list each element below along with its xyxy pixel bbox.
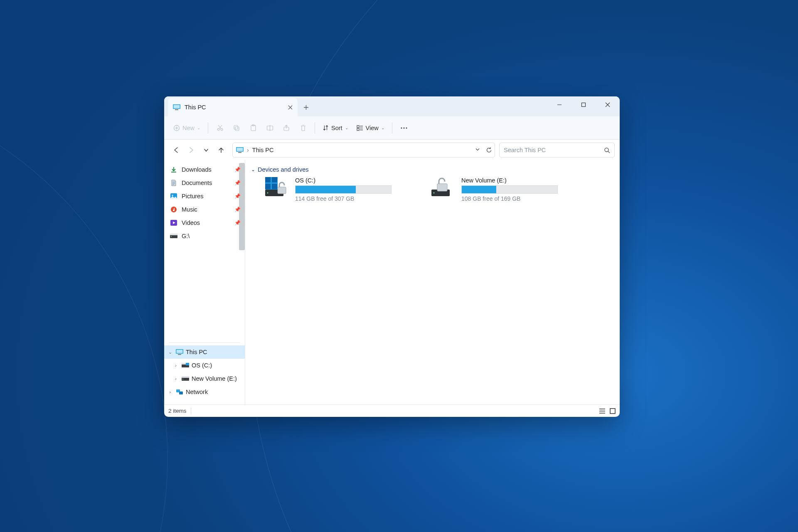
separator [208, 123, 208, 133]
tree-item-label: This PC [186, 349, 207, 355]
chevron-right-icon[interactable]: › [172, 376, 179, 381]
address-bar[interactable]: › This PC [232, 143, 495, 158]
paste-icon [250, 124, 256, 131]
back-button[interactable] [169, 143, 183, 157]
breadcrumb-separator: › [247, 147, 249, 153]
svg-rect-44 [265, 177, 271, 182]
svg-rect-46 [265, 184, 271, 189]
svg-rect-52 [610, 409, 615, 414]
maximize-button[interactable] [571, 96, 596, 113]
tree-item-os-c[interactable]: › OS (C:) [164, 359, 245, 372]
tree-item-label: Network [186, 389, 208, 395]
status-item-count: 2 items [168, 408, 187, 414]
rename-button[interactable] [262, 121, 277, 135]
tree-item-this-pc[interactable]: ⌄ This PC [164, 345, 245, 359]
svg-rect-20 [238, 152, 241, 153]
sidebar-item-g-drive[interactable]: G:\ [170, 229, 245, 243]
tab-this-pc[interactable]: This PC [168, 98, 298, 116]
share-icon [283, 125, 290, 131]
delete-button[interactable] [296, 121, 310, 135]
drive-bitlocker-icon [265, 177, 289, 198]
forward-button[interactable] [184, 143, 198, 157]
search-box[interactable] [499, 143, 615, 158]
svg-point-23 [172, 195, 173, 196]
drive-item-os-c[interactable]: OS (C:) 114 GB free of 307 GB [265, 177, 406, 202]
separator [315, 123, 315, 133]
sidebar-item-downloads[interactable]: Downloads 📌 [170, 163, 245, 176]
network-icon [176, 388, 183, 396]
sidebar-item-videos[interactable]: Videos 📌 [170, 216, 245, 229]
drive-name: OS (C:) [295, 177, 392, 184]
nav-row: › This PC [164, 140, 620, 160]
sort-button[interactable]: Sort ⌄ [319, 121, 352, 135]
sidebar-item-music[interactable]: Music 📌 [170, 203, 245, 216]
chevron-down-icon: ⌄ [381, 126, 384, 130]
more-button[interactable] [397, 121, 411, 135]
search-input[interactable] [504, 147, 604, 153]
tree-item-label: New Volume (E:) [192, 375, 237, 382]
svg-rect-14 [357, 128, 359, 131]
group-header-label: Devices and drives [258, 166, 309, 173]
tree-item-vol-e[interactable]: › New Volume (E:) [164, 372, 245, 385]
drive-free-text: 108 GB free of 169 GB [461, 195, 558, 202]
up-button[interactable] [214, 143, 228, 157]
details-view-button[interactable] [599, 408, 606, 414]
chevron-right-icon[interactable]: › [172, 363, 179, 368]
tree-item-label: OS (C:) [192, 362, 212, 369]
view-button[interactable]: View ⌄ [353, 121, 388, 135]
sidebar-item-label: Downloads [182, 166, 212, 173]
address-dropdown-button[interactable] [475, 147, 480, 153]
share-button[interactable] [279, 121, 294, 135]
svg-point-41 [267, 192, 268, 194]
svg-rect-27 [170, 234, 177, 235]
rename-icon [266, 125, 273, 131]
this-pc-icon [176, 348, 183, 356]
svg-point-21 [605, 148, 608, 152]
chevron-down-icon[interactable]: ⌄ [167, 350, 173, 355]
pin-icon: 📌 [234, 207, 241, 212]
plus-circle-icon [173, 125, 180, 131]
close-button[interactable] [596, 96, 620, 113]
tree-item-network[interactable]: › Network [164, 385, 245, 399]
sidebar-item-label: Pictures [182, 193, 203, 200]
copy-button[interactable] [229, 121, 244, 135]
drive-item-vol-e[interactable]: New Volume (E:) 108 GB free of 169 GB [431, 177, 573, 202]
music-icon [170, 206, 177, 213]
svg-rect-2 [175, 109, 178, 110]
breadcrumb-location[interactable]: This PC [252, 147, 274, 153]
sidebar-item-pictures[interactable]: Pictures 📌 [170, 190, 245, 203]
svg-rect-48 [278, 187, 286, 194]
tab-close-button[interactable] [287, 104, 293, 111]
drive-free-text: 114 GB free of 307 GB [295, 195, 392, 202]
drive-icon [170, 232, 177, 240]
svg-point-24 [171, 207, 177, 212]
new-tab-button[interactable] [298, 98, 314, 116]
svg-rect-13 [357, 126, 359, 128]
chevron-down-icon: ⌄ [345, 126, 348, 130]
new-label: New [182, 125, 195, 131]
minimize-button[interactable] [547, 96, 571, 113]
svg-rect-34 [186, 363, 189, 365]
titlebar: This PC [164, 96, 620, 116]
group-header-devices[interactable]: ⌄ Devices and drives [251, 166, 612, 173]
svg-rect-45 [272, 177, 277, 182]
sidebar-item-documents[interactable]: Documents 📌 [170, 176, 245, 190]
new-button[interactable]: New ⌄ [170, 121, 204, 135]
pin-icon: 📌 [234, 180, 241, 186]
tab-title: This PC [185, 104, 206, 111]
paste-button[interactable] [246, 121, 261, 135]
svg-point-37 [182, 379, 183, 379]
tiles-view-button[interactable] [610, 408, 616, 414]
status-bar: 2 items [164, 404, 620, 417]
recent-button[interactable] [199, 143, 213, 157]
refresh-button[interactable] [486, 147, 492, 153]
svg-rect-7 [234, 126, 238, 129]
cut-button[interactable] [212, 121, 227, 135]
sort-icon [323, 125, 329, 131]
drive-usage-bar [295, 185, 392, 194]
svg-rect-1 [174, 105, 180, 108]
sidebar-item-label: Videos [182, 219, 200, 226]
chevron-right-icon[interactable]: › [167, 389, 173, 394]
pictures-icon [170, 192, 177, 200]
separator [191, 408, 191, 414]
